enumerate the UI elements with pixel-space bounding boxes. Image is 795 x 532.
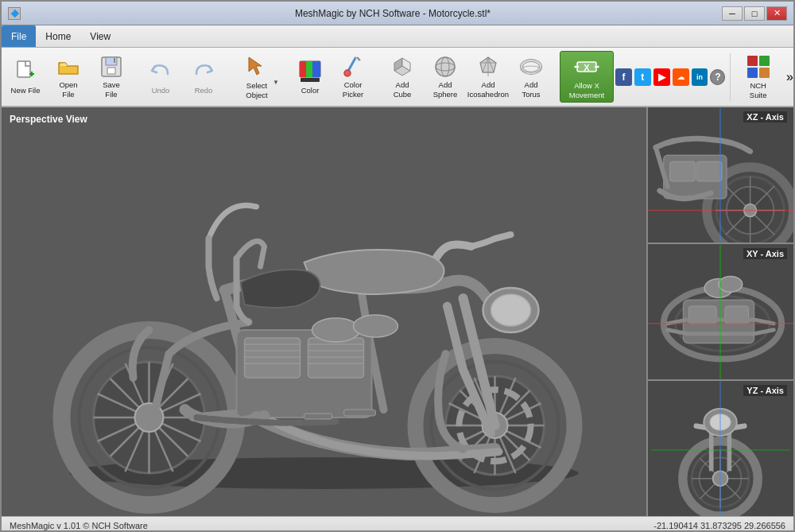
ico-icon <box>475 55 501 79</box>
facebook-icon[interactable]: f <box>615 68 632 86</box>
add-icosahedron-button[interactable]: Add Icosahedron <box>467 51 509 103</box>
twitter-icon[interactable]: t <box>634 68 651 86</box>
cube-icon <box>390 55 415 79</box>
svg-rect-11 <box>301 78 320 82</box>
x-move-icon: X <box>574 54 599 80</box>
svg-rect-10 <box>312 61 320 77</box>
add-torus-button[interactable]: Add Torus <box>510 51 552 103</box>
svg-rect-93 <box>670 161 696 181</box>
new-file-label: New File <box>11 86 41 95</box>
open-file-icon <box>56 55 81 79</box>
select-object-button[interactable]: Select Object ▼ <box>232 51 281 103</box>
motorcycle-view[interactable] <box>2 107 646 516</box>
open-file-button[interactable]: Open File <box>48 51 89 103</box>
menu-home[interactable]: Home <box>36 25 80 47</box>
svg-line-14 <box>357 57 360 60</box>
xy-axis-label: XY - Axis <box>743 248 787 259</box>
svg-rect-82 <box>344 410 376 416</box>
menu-file[interactable]: File <box>2 25 36 47</box>
new-file-icon <box>13 59 38 84</box>
svg-marker-36 <box>598 65 599 68</box>
svg-rect-5 <box>107 68 115 74</box>
color-icon <box>297 59 323 84</box>
redo-label: Redo <box>195 86 213 95</box>
open-file-label: Open File <box>53 80 83 99</box>
help-icon[interactable]: ? <box>710 69 725 85</box>
svg-rect-38 <box>759 56 770 66</box>
torus-icon <box>518 55 544 79</box>
add-icosahedron-label: Add Icosahedron <box>467 80 509 99</box>
toolbar: New File Open File Save File <box>2 48 793 107</box>
nch-suite-button[interactable]: NCH Suite <box>735 51 781 103</box>
redo-button[interactable]: Redo <box>183 51 224 103</box>
title-bar: 🔷 MeshMagic by NCH Software - Motorcycle… <box>2 2 793 25</box>
svg-rect-37 <box>747 56 758 66</box>
right-panel: XZ - Axis <box>646 107 793 516</box>
save-file-icon <box>99 55 124 79</box>
svg-point-81 <box>354 315 398 337</box>
undo-label: Undo <box>152 86 170 95</box>
sep-social <box>730 53 731 101</box>
social-area: f t ▶ ☁ in ? NCH Suite » <box>615 51 795 103</box>
window-controls: ─ □ ✕ <box>722 6 787 21</box>
svg-point-19 <box>436 57 455 76</box>
select-dropdown-arrow: ▼ <box>273 79 279 86</box>
youtube-icon[interactable]: ▶ <box>653 68 670 86</box>
new-file-button[interactable]: New File <box>5 51 46 103</box>
color-picker-button[interactable]: Color Picker <box>332 51 374 103</box>
main-area: Perspective View <box>2 107 793 516</box>
add-sphere-button[interactable]: Add Sphere <box>425 51 466 103</box>
svg-point-13 <box>344 70 351 76</box>
yz-axis-label: YZ - Axis <box>743 385 787 396</box>
redo-icon <box>191 59 216 84</box>
svg-text:X: X <box>584 63 590 72</box>
allow-x-movement-label: Allow X Movement <box>565 81 608 99</box>
svg-marker-35 <box>574 65 576 68</box>
color-label: Color <box>301 86 320 95</box>
sphere-icon <box>432 55 458 79</box>
xy-axis-view[interactable]: XY - Axis <box>648 244 793 381</box>
add-cube-button[interactable]: Add Cube <box>382 51 423 103</box>
color-picker-label: Color Picker <box>338 80 368 99</box>
xz-axis-view[interactable]: XZ - Axis <box>648 107 793 244</box>
svg-rect-94 <box>696 161 722 181</box>
status-bar: MeshMagic v 1.01 © NCH Software -21.1904… <box>2 516 793 532</box>
save-file-button[interactable]: Save File <box>91 51 132 103</box>
select-object-label: Select Object <box>238 81 276 99</box>
svg-point-80 <box>312 318 360 342</box>
undo-icon <box>148 59 173 84</box>
save-file-label: Save File <box>96 80 126 99</box>
svg-rect-6 <box>114 58 115 63</box>
svg-rect-39 <box>747 68 758 78</box>
perspective-viewport: Perspective View <box>2 107 646 516</box>
add-cube-label: Add Cube <box>387 80 417 99</box>
svg-rect-9 <box>306 61 312 77</box>
svg-rect-83 <box>304 414 332 419</box>
menu-bar: File Home View <box>2 25 793 48</box>
nch-suite-icon <box>746 54 771 80</box>
color-picker-icon <box>340 55 366 79</box>
linkedin-icon[interactable]: in <box>692 68 708 86</box>
svg-point-79 <box>491 294 531 326</box>
color-button[interactable]: Color <box>289 51 331 103</box>
version-text: MeshMagic v 1.01 © NCH Software <box>10 521 148 530</box>
maximize-button[interactable]: □ <box>744 6 765 21</box>
svg-rect-0 <box>17 61 30 77</box>
svg-point-103 <box>719 276 743 292</box>
allow-x-movement-button[interactable]: X Allow X Movement <box>560 51 614 103</box>
svg-rect-40 <box>759 68 770 78</box>
window-title: MeshMagic by NCH Software - Motorcycle.s… <box>64 8 722 19</box>
viewport-label: Perspective View <box>10 114 87 125</box>
more-tools-button[interactable]: » <box>783 70 795 84</box>
menu-view[interactable]: View <box>80 25 120 47</box>
minimize-button[interactable]: ─ <box>722 6 743 21</box>
add-torus-label: Add Torus <box>516 80 546 99</box>
svg-point-30 <box>522 66 541 72</box>
undo-button[interactable]: Undo <box>140 51 181 103</box>
nch-suite-label: NCH Suite <box>741 81 775 99</box>
soundcloud-icon[interactable]: ☁ <box>673 68 689 86</box>
yz-axis-view[interactable]: YZ - Axis <box>648 381 793 516</box>
close-button[interactable]: ✕ <box>766 6 787 21</box>
svg-rect-8 <box>300 61 306 77</box>
add-sphere-label: Add Sphere <box>430 80 460 99</box>
